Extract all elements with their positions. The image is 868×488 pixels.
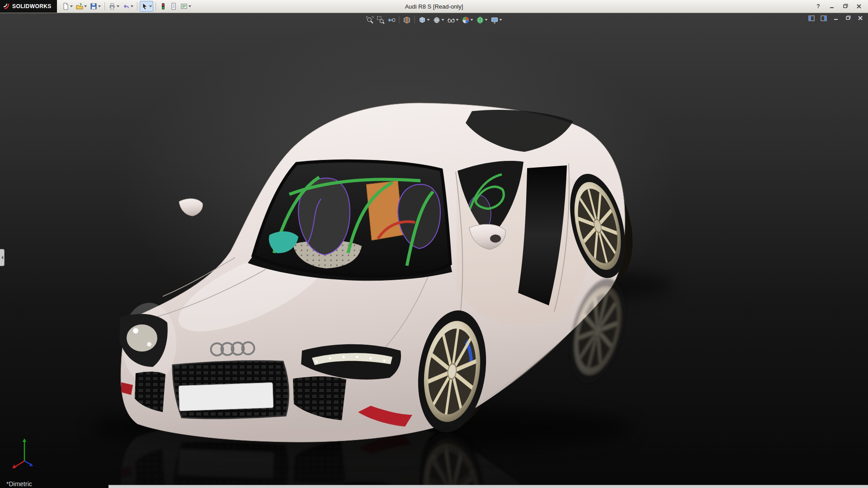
zoom-to-area-icon [377, 16, 385, 24]
minimize-window-button[interactable] [827, 2, 836, 10]
file-properties-icon [170, 3, 177, 10]
section-view-icon [403, 16, 411, 24]
file-properties-button[interactable] [169, 1, 179, 12]
help-icon: ? [816, 3, 820, 9]
options-icon [180, 3, 188, 10]
hud-separator [415, 16, 415, 23]
solidworks-logo: SOLIDWORKS [0, 0, 57, 13]
toolbar-separator [156, 2, 156, 10]
display-style-button[interactable] [432, 15, 445, 25]
horizontal-scrollbar[interactable] [108, 485, 868, 488]
rebuild-icon [160, 3, 167, 10]
window-controls: ? [814, 2, 868, 10]
restore-document-icon [845, 15, 851, 21]
orientation-triad [10, 435, 42, 470]
flyout-arrow-icon [1, 256, 3, 259]
display-style-icon [433, 16, 441, 24]
minimize-document-icon [833, 15, 839, 21]
zoom-to-fit-icon [366, 16, 374, 24]
new-document-icon [62, 3, 69, 10]
license-plate[interactable] [179, 382, 274, 411]
save-button[interactable] [89, 1, 102, 12]
help-button[interactable]: ? [814, 2, 823, 10]
previous-view-icon [388, 16, 396, 24]
title-bar: SOLIDWORKS [0, 0, 868, 13]
hud-separator [399, 16, 400, 23]
edit-appearance-button[interactable] [461, 15, 474, 25]
zoom-to-area-button[interactable] [376, 15, 386, 25]
select-cursor-icon [141, 3, 148, 10]
brand-name: SOLIDWORKS [12, 3, 52, 9]
toolbar-separator [104, 2, 105, 10]
car-body-group[interactable] [119, 103, 644, 442]
section-view-button[interactable] [402, 15, 412, 25]
apply-scene-icon [476, 16, 484, 24]
print-button[interactable] [107, 1, 121, 12]
document-window-controls [807, 14, 864, 22]
print-dropdown-caret[interactable] [117, 5, 119, 7]
options-button[interactable] [179, 1, 193, 12]
undo-button[interactable] [121, 1, 135, 12]
view-orientation-label: *Dimetric [6, 480, 32, 488]
toolbar-separator [137, 2, 137, 10]
featuremanager-flyout-tab[interactable] [0, 249, 5, 266]
restore-icon [843, 4, 848, 9]
previous-view-button[interactable] [387, 15, 396, 25]
edit-appearance-caret[interactable] [471, 19, 473, 21]
select-button[interactable] [140, 1, 153, 12]
undo-dropdown-caret[interactable] [131, 5, 133, 7]
close-document-icon [858, 15, 863, 21]
zoom-to-fit-button[interactable] [365, 15, 375, 25]
hide-show-items-caret[interactable] [456, 19, 459, 21]
view-orientation-icon [419, 16, 426, 24]
hide-show-items-button[interactable] [447, 15, 460, 25]
restore-document-button[interactable] [844, 14, 852, 22]
print-icon [108, 3, 116, 10]
hide-show-items-icon [448, 16, 455, 24]
apply-scene-button[interactable] [476, 15, 489, 25]
display-style-caret[interactable] [442, 19, 444, 21]
save-dropdown-caret[interactable] [98, 5, 101, 7]
show-display-pane-button[interactable] [820, 14, 828, 22]
new-dropdown-caret[interactable] [70, 5, 73, 7]
select-dropdown-caret[interactable] [149, 5, 152, 7]
minimize-icon [829, 4, 835, 9]
heads-up-view-toolbar [365, 15, 503, 25]
undo-icon [123, 3, 130, 10]
new-document-button[interactable] [61, 1, 74, 12]
open-dropdown-caret[interactable] [84, 5, 87, 7]
display-pane-icon [821, 15, 827, 21]
model-audi-r8[interactable] [0, 13, 868, 488]
options-dropdown-caret[interactable] [189, 5, 191, 7]
main-toolbar [57, 1, 193, 12]
show-feature-pane-button[interactable] [807, 14, 816, 22]
apply-scene-caret[interactable] [485, 19, 488, 21]
open-button[interactable] [75, 1, 88, 12]
graphics-area[interactable]: *Dimetric [0, 13, 868, 488]
close-icon [856, 4, 862, 9]
restore-window-button[interactable] [841, 2, 850, 10]
save-icon [90, 3, 97, 10]
minimize-document-button[interactable] [832, 14, 840, 22]
view-orientation-caret[interactable] [427, 19, 430, 21]
mirror-left[interactable] [179, 199, 203, 216]
solidworks-logo-icon [3, 3, 10, 10]
edit-appearance-icon [462, 16, 470, 24]
rebuild-button[interactable] [158, 1, 168, 12]
close-document-button[interactable] [856, 14, 864, 22]
view-orientation-button[interactable] [418, 15, 431, 25]
feature-pane-icon [808, 15, 815, 21]
view-settings-caret[interactable] [500, 19, 502, 21]
window-title: Audi R8 S [Read-only] [405, 3, 463, 10]
view-settings-button[interactable] [490, 15, 503, 25]
close-window-button[interactable] [854, 2, 863, 10]
view-settings-icon [491, 16, 499, 24]
open-icon [76, 3, 83, 10]
